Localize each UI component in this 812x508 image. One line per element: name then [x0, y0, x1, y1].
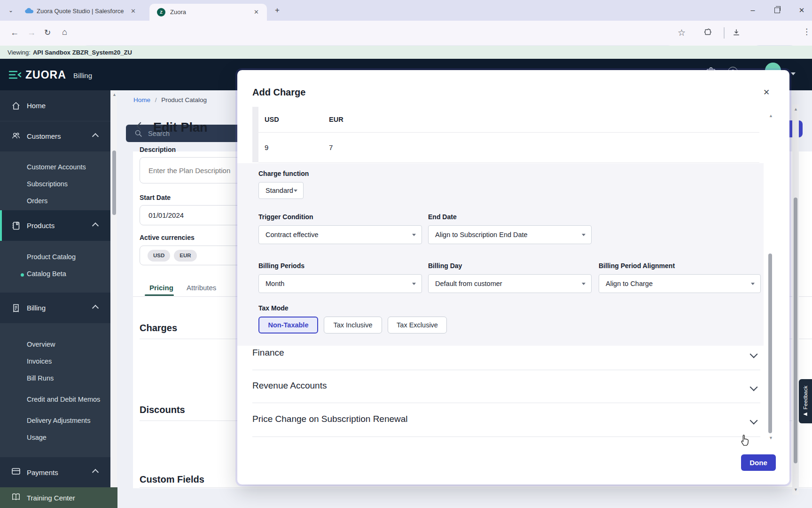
breadcrumb-current: Product Catalog — [161, 96, 207, 103]
tax-mode-tax-exclusive-button[interactable]: Tax Exclusive — [388, 317, 447, 333]
sidebar-item-customer-accounts[interactable]: Customer Accounts — [27, 159, 86, 175]
bookmark-star-icon[interactable]: ☆ — [678, 27, 686, 38]
finance-accordion[interactable]: Finance — [252, 348, 760, 370]
tab-search-button[interactable]: ⌄ — [5, 4, 17, 16]
products-submenu: Product Catalog Catalog Beta — [0, 241, 110, 293]
reload-icon[interactable]: ↻ — [44, 28, 51, 38]
sidebar-item-products[interactable]: Products — [0, 210, 110, 241]
sidebar-item-bill-runs[interactable]: Bill Runs — [27, 370, 54, 387]
tax-mode-tax-inclusive-button[interactable]: Tax Inclusive — [324, 317, 382, 333]
window-restore-button[interactable] — [767, 5, 788, 16]
tax-mode-non-taxable-button[interactable]: Non-Taxable — [258, 317, 318, 333]
billing-period-alignment-label: Billing Period Alignment — [599, 262, 675, 270]
section-title-charges: Charges — [140, 323, 177, 333]
price-table-row[interactable]: 9 7 — [258, 132, 759, 162]
chevron-down-icon — [412, 283, 416, 285]
sidebar-item-orders[interactable]: Orders — [27, 192, 47, 209]
billing-day-dropdown[interactable]: Default from customer — [428, 274, 592, 293]
forward-icon[interactable]: → — [27, 28, 36, 38]
column-header-eur: EUR — [329, 116, 344, 123]
home-icon[interactable]: ⌂ — [62, 27, 67, 37]
tab-close-icon[interactable]: ✕ — [254, 8, 259, 16]
sidebar-item-product-catalog[interactable]: Product Catalog — [27, 248, 76, 265]
modal-scroll-down-icon[interactable]: ▼ — [769, 436, 773, 440]
scroll-up-icon[interactable]: ▲ — [112, 93, 117, 97]
active-tab-underline — [145, 294, 174, 296]
sidebar-item-invoices[interactable]: Invoices — [27, 353, 52, 370]
sidebar-item-credit-debit-memos[interactable]: Credit and Debit Memos — [27, 387, 102, 412]
end-date-value: Align to Subscription End Date — [435, 231, 528, 238]
section-title-discounts: Discounts — [140, 405, 185, 415]
sidebar-item-label: Home — [27, 102, 46, 110]
back-icon[interactable]: ← — [10, 28, 19, 38]
scroll-down-icon[interactable]: ▼ — [794, 488, 798, 492]
sidebar-item-training-center[interactable]: Training Center — [0, 487, 117, 508]
done-button[interactable]: Done — [741, 454, 776, 471]
sidebar-item-subscriptions[interactable]: Subscriptions — [27, 175, 68, 192]
charge-function-dropdown[interactable]: Standard — [258, 182, 304, 199]
feedback-tab[interactable]: Feedback — [799, 379, 812, 423]
tab-pricing[interactable]: Pricing — [149, 284, 173, 292]
modal-title: Add Charge — [252, 87, 305, 98]
billing-period-alignment-dropdown[interactable]: Align to Charge — [599, 274, 761, 293]
viewing-prefix: Viewing: — [8, 49, 31, 56]
tab-attributes[interactable]: Attributes — [187, 284, 216, 292]
sidebar-collapse-icon[interactable] — [8, 70, 22, 81]
window-close-button[interactable]: ✕ — [791, 5, 812, 16]
column-header-usd: USD — [265, 116, 279, 123]
megaphone-icon — [803, 412, 808, 417]
download-icon[interactable] — [732, 28, 741, 39]
tab-title: Zuora — [170, 8, 186, 16]
modal-scrollbar-thumb[interactable] — [768, 254, 772, 433]
sidebar-item-billing[interactable]: Billing — [0, 293, 110, 324]
sidebar-item-home[interactable]: Home — [0, 90, 110, 121]
new-tab-button[interactable]: + — [273, 6, 282, 15]
sidebar-item-overview[interactable]: Overview — [27, 336, 55, 353]
currency-chip[interactable]: EUR — [174, 250, 196, 262]
scroll-up-icon[interactable]: ▲ — [794, 107, 798, 111]
toolbar-divider — [724, 27, 725, 39]
price-cell-usd[interactable]: 9 — [265, 143, 268, 151]
sidebar-item-customers[interactable]: Customers — [0, 121, 110, 152]
window-minimize-button[interactable]: – — [742, 5, 763, 16]
currency-chip[interactable]: USD — [148, 250, 170, 262]
end-date-label: End Date — [428, 213, 457, 221]
description-label: Description — [140, 146, 176, 153]
billing-periods-dropdown[interactable]: Month — [258, 274, 422, 293]
browser-tab-salesforce[interactable]: Zuora Quote Studio | Salesforce ✕ — [19, 4, 142, 18]
sidebar-item-label: Training Center — [27, 494, 75, 502]
content-scrollbar[interactable]: ▲ — [111, 90, 117, 487]
extensions-puzzle-icon[interactable] — [704, 28, 712, 39]
trigger-condition-dropdown[interactable]: Contract effective — [258, 225, 422, 244]
breadcrumb-home-link[interactable]: Home — [133, 96, 150, 103]
page-scrollbar[interactable]: ▲ ▼ — [792, 104, 799, 495]
screen: ⌄ Zuora Quote Studio | Salesforce ✕ Z Zu… — [0, 0, 812, 508]
price-change-accordion[interactable]: Price Change on Subscription Renewal — [252, 414, 760, 437]
add-charge-modal: Add Charge ✕ USD EUR 9 7 Charge function… — [237, 70, 789, 484]
sidebar-item-label: Payments — [27, 468, 58, 476]
customers-submenu: Customer Accounts Subscriptions Orders — [0, 151, 110, 210]
sidebar-item-delivery-adjustments[interactable]: Delivery Adjustments — [27, 412, 90, 429]
environment-name: API Sandbox ZBZR_System20_ZU — [33, 49, 132, 56]
chevron-down-icon — [412, 234, 416, 236]
sidebar-item-catalog-beta[interactable]: Catalog Beta — [27, 265, 66, 282]
tab-close-icon[interactable]: ✕ — [131, 8, 136, 15]
browser-menu-icon[interactable]: ⋮ — [803, 27, 811, 37]
browser-tab-zuora[interactable]: Z Zuora ✕ — [149, 4, 267, 21]
revenue-accounts-accordion[interactable]: Revenue Accounts — [252, 381, 760, 403]
billing-icon — [11, 303, 21, 313]
environment-banner: Viewing: API Sandbox ZBZR_System20_ZU — [0, 46, 812, 59]
sidebar-item-usage[interactable]: Usage — [27, 429, 47, 446]
scrollbar-thumb[interactable] — [794, 198, 797, 463]
end-date-dropdown[interactable]: Align to Subscription End Date — [428, 225, 592, 244]
modal-close-icon[interactable]: ✕ — [760, 86, 773, 99]
breadcrumb-separator: / — [155, 96, 157, 103]
price-cell-eur[interactable]: 7 — [329, 143, 333, 151]
training-book-icon — [11, 493, 21, 502]
modal-scroll-up-icon[interactable]: ▲ — [769, 114, 773, 118]
browser-tab-strip: ⌄ Zuora Quote Studio | Salesforce ✕ Z Zu… — [0, 0, 812, 21]
profile-chevron-down-icon[interactable] — [791, 72, 796, 75]
sidebar-item-payments[interactable]: Payments — [0, 457, 110, 488]
scrollbar-thumb[interactable] — [112, 151, 116, 215]
billing-day-label: Billing Day — [428, 262, 462, 270]
